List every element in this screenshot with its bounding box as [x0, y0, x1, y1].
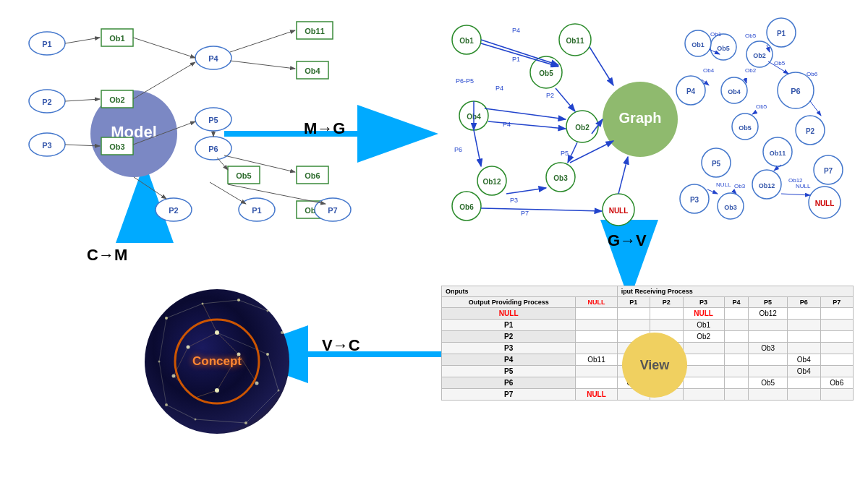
- table-cell: [576, 331, 617, 343]
- table-cell: [749, 354, 788, 366]
- svg-text:Ob12: Ob12: [482, 178, 501, 186]
- table-cell: [724, 389, 748, 401]
- svg-line-97: [481, 208, 602, 211]
- svg-line-150: [810, 101, 821, 116]
- table-cell: [617, 308, 650, 320]
- svg-line-93: [474, 130, 481, 166]
- table-cell: [576, 343, 617, 354]
- table-col-output-process: Output Providing Process: [442, 297, 576, 308]
- table-cell: [820, 331, 854, 343]
- svg-point-185: [215, 330, 219, 335]
- table-col-null: NULL: [576, 297, 617, 308]
- svg-text:Ob11: Ob11: [566, 37, 584, 45]
- svg-text:Ob4: Ob4: [728, 88, 741, 95]
- table-cell: Ob2: [683, 331, 724, 343]
- table-cell: [724, 308, 748, 320]
- svg-line-173: [159, 361, 166, 405]
- svg-text:P1: P1: [777, 30, 786, 38]
- row-label-cell: NULL: [442, 308, 576, 320]
- table-cell: Ob6: [820, 377, 854, 389]
- svg-text:P1: P1: [42, 40, 51, 48]
- table-cell: [788, 331, 820, 343]
- svg-text:P3: P3: [42, 141, 51, 150]
- table-cell: Ob3: [749, 343, 788, 354]
- svg-line-169: [239, 300, 268, 311]
- table-cell: NULL: [683, 308, 724, 320]
- svg-line-46: [133, 38, 195, 58]
- svg-line-81: [481, 43, 558, 67]
- row-label-cell: P2: [442, 331, 576, 343]
- svg-text:Ob4: Ob4: [305, 67, 320, 75]
- table-input-header: iput Receiving Process: [617, 286, 853, 297]
- row-label-cell: P5: [442, 366, 576, 377]
- graph-diagram: Graph Ob1 Ob5 Ob4 Ob2 Ob3 Ob11 Ob12 Ob6 …: [434, 7, 861, 231]
- table-cell: Ob5: [749, 377, 788, 389]
- svg-line-177: [203, 304, 217, 333]
- svg-text:P6-P5: P6-P5: [456, 77, 474, 85]
- svg-text:Ob11: Ob11: [305, 27, 325, 35]
- table-cell: [820, 320, 854, 331]
- svg-text:P6: P6: [454, 146, 462, 153]
- svg-text:P4: P4: [495, 85, 503, 92]
- table-cell: [576, 366, 617, 377]
- svg-line-171: [159, 318, 166, 361]
- table-cell: Ob4: [788, 366, 820, 377]
- table-cell: [576, 308, 617, 320]
- svg-text:P3: P3: [690, 196, 699, 204]
- svg-text:Ob2: Ob2: [753, 52, 766, 59]
- table-cell: [788, 343, 820, 354]
- svg-text:P3: P3: [510, 197, 518, 204]
- table-cell: [788, 377, 820, 389]
- svg-text:Ob5: Ob5: [539, 69, 553, 77]
- svg-text:P2: P2: [169, 206, 178, 215]
- svg-point-189: [215, 388, 219, 393]
- table-cell: [724, 320, 748, 331]
- table-cell: NULL: [576, 389, 617, 401]
- concept-globe: Concept: [145, 289, 289, 434]
- table-cell: [749, 331, 788, 343]
- svg-line-54: [134, 177, 166, 199]
- table-cell: [683, 354, 724, 366]
- table-cell: [724, 343, 748, 354]
- svg-text:P5: P5: [561, 150, 569, 157]
- svg-text:Ob3: Ob3: [553, 174, 568, 182]
- concept-section: Concept: [7, 246, 427, 477]
- svg-line-52: [217, 158, 228, 170]
- svg-text:NULL: NULL: [796, 183, 811, 189]
- table-cell: [576, 377, 617, 389]
- svg-line-151: [752, 112, 756, 114]
- table-cell: [820, 308, 854, 320]
- view-node: View: [622, 333, 687, 398]
- svg-text:Ob1: Ob1: [459, 37, 474, 45]
- svg-line-44: [65, 99, 100, 101]
- svg-line-174: [166, 405, 195, 419]
- svg-text:Ob12: Ob12: [759, 182, 775, 189]
- svg-line-183: [195, 390, 217, 398]
- svg-text:P4: P4: [208, 54, 218, 63]
- svg-text:Ob1: Ob1: [692, 41, 705, 48]
- row-label-cell: P4: [442, 354, 576, 366]
- table-cell: Ob1: [683, 320, 724, 331]
- svg-text:Ob11: Ob11: [770, 150, 786, 157]
- svg-text:Ob3: Ob3: [734, 183, 746, 189]
- table-cell: Ob11: [576, 354, 617, 366]
- svg-line-175: [195, 419, 246, 423]
- table-cell: [724, 366, 748, 377]
- view-section: View Onputs iput Receiving Process Outpu…: [434, 246, 861, 477]
- svg-line-178: [217, 333, 239, 354]
- svg-text:P4: P4: [512, 27, 520, 34]
- table-cell: [724, 377, 748, 389]
- table-cell: [820, 343, 854, 354]
- table-cell: Ob12: [749, 308, 788, 320]
- svg-line-95: [506, 188, 546, 194]
- table-cell: [788, 389, 820, 401]
- table-cell: Ob4: [788, 354, 820, 366]
- table-col-p4: P4: [724, 297, 748, 308]
- table-cell: [617, 320, 650, 331]
- svg-text:Ob2: Ob2: [109, 95, 124, 104]
- svg-line-55: [210, 182, 246, 204]
- svg-text:Ob1: Ob1: [109, 34, 124, 43]
- svg-line-176: [246, 390, 278, 423]
- table-cell: [749, 389, 788, 401]
- svg-text:P7: P7: [824, 167, 833, 175]
